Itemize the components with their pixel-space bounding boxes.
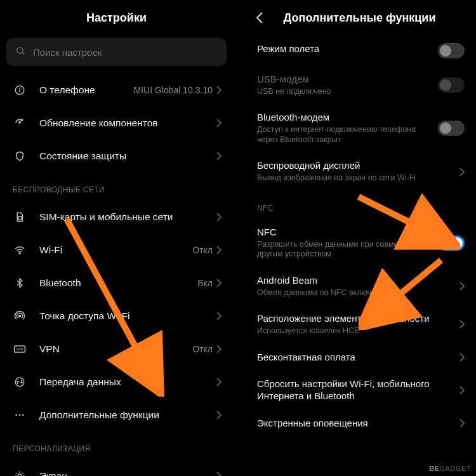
chevron-right-icon <box>216 472 221 476</box>
display-icon <box>11 470 28 476</box>
hotspot-row[interactable]: Точка доступа Wi-Fi <box>0 300 233 333</box>
bt-tether-toggle[interactable] <box>438 121 465 136</box>
tap-pay-label: Бесконтактная оплата <box>257 352 453 364</box>
beam-row[interactable]: Android Beam Обмен данными по NFC включе… <box>243 267 476 305</box>
shield-icon <box>11 150 28 162</box>
watermark-rest: GADGET <box>440 465 471 472</box>
chevron-right-icon <box>216 312 221 321</box>
secure-element-row[interactable]: Расположение элемента безопасности Испол… <box>243 305 476 343</box>
more-label: Дополнительные функции <box>39 409 216 421</box>
usb-sub: USB не подключено <box>257 87 432 97</box>
sim-label: SIM-карты и мобильные сети <box>39 211 216 223</box>
svg-point-16 <box>22 414 24 416</box>
chevron-right-icon <box>216 246 221 255</box>
chevron-right-icon <box>216 86 221 95</box>
update-row[interactable]: Обновление компонентов <box>0 107 233 140</box>
chevron-right-icon <box>459 419 465 428</box>
svg-rect-6 <box>19 216 22 220</box>
chevron-right-icon <box>216 411 221 420</box>
about-phone-row[interactable]: О телефоне MIUI Global 10.3.10 <box>0 74 233 107</box>
info-icon <box>11 84 28 96</box>
display-row[interactable]: Экран <box>0 459 233 476</box>
svg-point-8 <box>19 315 21 317</box>
chevron-right-icon <box>216 213 221 221</box>
svg-point-14 <box>15 414 17 416</box>
bluetooth-label: Bluetooth <box>39 277 197 289</box>
more-icon <box>11 409 28 421</box>
search-input-container[interactable] <box>6 38 227 66</box>
nfc-label: NFC <box>257 227 432 239</box>
personal-section-header: ПЕРСОНАЛИЗАЦИЯ <box>0 432 233 459</box>
vpn-row[interactable]: VPN VPN Откл <box>0 333 233 366</box>
airplane-row[interactable]: Режим полета <box>243 36 476 66</box>
chevron-right-icon <box>216 119 221 128</box>
sim-row[interactable]: SIM-карты и мобильные сети <box>0 201 233 234</box>
bluetooth-icon <box>11 277 28 289</box>
chevron-right-icon <box>216 279 221 288</box>
wifi-icon <box>11 244 28 256</box>
svg-point-4 <box>20 88 20 89</box>
reset-label: Сбросить настройки Wi-Fi, мобильного Инт… <box>257 378 453 402</box>
nfc-sub: Разрешить обмен данными при совмещении с… <box>257 240 432 260</box>
data-label: Передача данных <box>39 376 216 388</box>
page-title: Настройки <box>86 11 147 25</box>
beam-sub: Обмен данными по NFC включен <box>257 288 453 298</box>
security-label: Состояние защиты <box>39 150 216 162</box>
chevron-right-icon <box>216 345 221 354</box>
back-button[interactable] <box>256 11 263 24</box>
bt-tether-row[interactable]: Bluetooth-модем Доступ к интернет-подклю… <box>243 104 476 152</box>
usb-toggle <box>438 77 465 93</box>
chevron-right-icon <box>459 168 465 176</box>
chevron-right-icon <box>216 378 221 387</box>
svg-text:VPN: VPN <box>17 348 23 352</box>
watermark-bold: BE <box>429 465 439 472</box>
update-icon <box>11 117 28 129</box>
svg-point-7 <box>19 253 20 255</box>
search-input[interactable] <box>33 47 218 58</box>
nfc-section-header: NFC <box>243 191 476 219</box>
bt-tether-sub: Доступ к интернет-подключению телефона ч… <box>257 125 432 145</box>
wifi-label: Wi-Fi <box>39 244 192 256</box>
wireless-section-header: БЕСПРОВОДНЫЕ СЕТИ <box>0 173 233 201</box>
display-label: Экран <box>39 470 216 476</box>
svg-line-22 <box>17 473 18 474</box>
bt-tether-label: Bluetooth-модем <box>257 112 432 124</box>
security-row[interactable]: Состояние защиты <box>0 140 233 173</box>
about-label: О телефоне <box>39 84 133 96</box>
svg-point-0 <box>17 48 23 53</box>
additional-title-row: Дополнительные функции <box>243 0 476 36</box>
tap-pay-row[interactable]: Бесконтактная оплата <box>243 344 476 371</box>
about-value: MIUI Global 10.3.10 <box>133 85 213 95</box>
secure-el-sub: Используется кошелек HCE <box>257 326 453 336</box>
svg-line-25 <box>22 473 23 474</box>
emergency-row[interactable]: Экстренные оповещения <box>243 410 476 437</box>
cast-label: Беспроводной дисплей <box>257 160 453 172</box>
usb-tether-row: USB-модем USB не подключено <box>243 66 476 104</box>
airplane-toggle[interactable] <box>438 43 465 58</box>
data-icon <box>11 376 28 388</box>
page-title: Дополнительные функции <box>283 11 435 25</box>
secure-el-label: Расположение элемента безопасности <box>257 313 453 325</box>
nfc-toggle[interactable] <box>438 235 465 251</box>
reset-row[interactable]: Сбросить настройки Wi-Fi, мобильного Инт… <box>243 371 476 410</box>
cast-row[interactable]: Беспроводной дисплей Вывод изображения н… <box>243 152 476 190</box>
beam-label: Android Beam <box>257 275 453 287</box>
usb-label: USB-модем <box>257 74 432 86</box>
data-row[interactable]: Передача данных <box>0 366 233 399</box>
vpn-icon: VPN <box>11 345 28 354</box>
nfc-row[interactable]: NFC Разрешить обмен данными при совмещен… <box>243 219 476 267</box>
svg-line-1 <box>22 53 24 55</box>
wifi-row[interactable]: Wi-Fi Откл <box>0 234 233 267</box>
watermark: BEGADGET <box>429 465 471 472</box>
bluetooth-row[interactable]: Bluetooth Вкл <box>0 267 233 300</box>
more-row[interactable]: Дополнительные функции <box>0 399 233 432</box>
chevron-right-icon <box>459 320 465 329</box>
search-icon <box>15 46 25 58</box>
chevron-right-icon <box>459 353 465 362</box>
emergency-label: Экстренные оповещения <box>257 418 453 430</box>
svg-point-11 <box>15 378 24 387</box>
vpn-label: VPN <box>39 343 192 355</box>
settings-title-row: Настройки <box>0 0 233 36</box>
cast-sub: Вывод изображения на экран по сети Wi-Fi <box>257 173 453 183</box>
vpn-value: Откл <box>192 344 213 354</box>
